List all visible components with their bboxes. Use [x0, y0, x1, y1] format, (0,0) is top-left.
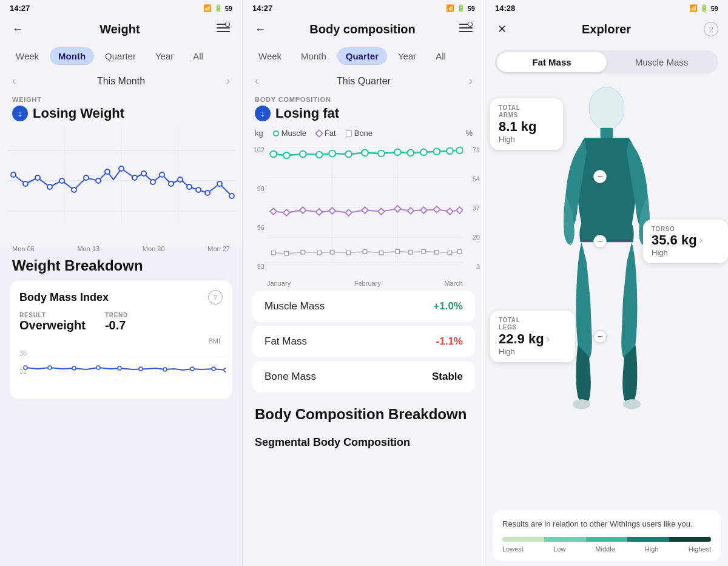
prev-period-1[interactable]: ‹ — [12, 75, 16, 87]
y-right-0: 71 — [465, 146, 480, 153]
bmi-info-button[interactable]: ? — [208, 290, 223, 305]
svg-rect-87 — [285, 252, 288, 255]
legs-status: High — [499, 347, 567, 356]
legend-bar-text: Results are in relation to other Withing… — [502, 519, 711, 530]
svg-rect-99 — [457, 250, 461, 254]
svg-marker-84 — [447, 208, 453, 215]
svg-point-11 — [11, 172, 16, 177]
prev-period-2[interactable]: ‹ — [255, 75, 258, 87]
legs-minus-button[interactable]: − — [593, 330, 607, 343]
body-figure-container: TOTAL ARMS 8.1 kg High − TORSO 35.6 kg ›… — [485, 80, 728, 505]
y-right-4: 3 — [465, 263, 480, 270]
svg-text:36: 36 — [19, 349, 27, 357]
tab-week-2[interactable]: Week — [250, 47, 290, 65]
battery-pct-1: 59 — [225, 5, 232, 12]
torso-status: High — [652, 248, 720, 257]
svg-marker-74 — [300, 207, 306, 214]
y-left-3: 93 — [248, 263, 265, 270]
next-period-2[interactable]: › — [469, 75, 473, 87]
svg-marker-82 — [420, 207, 427, 214]
svg-point-36 — [24, 366, 27, 369]
svg-point-12 — [23, 181, 28, 186]
back-button-1[interactable]: ← — [10, 21, 25, 38]
svg-marker-78 — [362, 207, 368, 214]
next-period-1[interactable]: › — [226, 75, 230, 87]
tab-month-1[interactable]: Month — [50, 47, 94, 65]
menu-button-1[interactable] — [214, 20, 232, 39]
svg-point-41 — [139, 367, 143, 371]
tab-quarter-2[interactable]: Quarter — [337, 47, 387, 65]
explorer-tab-bar: Fat Mass Muscle Mass — [495, 50, 718, 74]
svg-point-17 — [84, 175, 89, 180]
svg-marker-73 — [283, 209, 290, 216]
period-label-1: This Month — [97, 76, 145, 87]
svg-point-68 — [420, 149, 427, 156]
close-button[interactable]: ✕ — [495, 20, 509, 38]
tab-all-1[interactable]: All — [184, 47, 212, 65]
explorer-header: ✕ Explorer ? — [485, 15, 728, 44]
svg-point-4 — [226, 22, 229, 26]
svg-rect-86 — [272, 251, 275, 255]
bmi-trend-col: TREND -0.7 — [105, 312, 128, 332]
legend-pct-label: % — [465, 129, 473, 138]
svg-rect-97 — [435, 251, 439, 254]
svg-point-61 — [316, 152, 323, 158]
fat-mass-value: -1.1% — [436, 335, 463, 348]
tab-muscle-mass[interactable]: Muscle Mass — [607, 52, 716, 72]
time-3: 14:28 — [495, 4, 515, 13]
color-bar — [502, 537, 711, 542]
help-button[interactable]: ? — [704, 22, 718, 36]
menu-button-2[interactable] — [457, 20, 475, 39]
segment-highest — [669, 537, 711, 542]
svg-rect-88 — [301, 251, 305, 254]
bmi-mini-chart-svg: 36 31 — [19, 345, 226, 387]
svg-rect-95 — [409, 251, 413, 254]
svg-point-39 — [96, 366, 100, 369]
status-icons-2: 📶 🔋 59 — [446, 4, 475, 12]
weight-chart: Mon 06 Mon 13 Mon 20 Mon 27 — [0, 126, 242, 248]
y-left-labels: 102 99 96 93 — [248, 146, 265, 270]
svg-point-21 — [132, 175, 137, 180]
body-comp-chart-svg — [267, 141, 463, 269]
status-bar-3: 14:28 📶 🔋 59 — [485, 0, 728, 15]
tab-fat-mass[interactable]: Fat Mass — [497, 52, 607, 72]
torso-value: 35.6 kg — [652, 232, 697, 248]
tab-week-1[interactable]: Week — [7, 47, 47, 65]
svg-point-58 — [270, 151, 277, 158]
label-highest: Highest — [689, 545, 711, 553]
tab-quarter-1[interactable]: Quarter — [96, 47, 144, 65]
arms-minus-button[interactable]: − — [593, 170, 607, 183]
torso-minus-button[interactable]: − — [593, 235, 607, 248]
chart-legend: kg Muscle Fat Bone % — [243, 126, 485, 141]
tab-year-1[interactable]: Year — [147, 47, 182, 65]
legend-bone: Bone — [346, 129, 372, 138]
svg-rect-96 — [422, 250, 425, 254]
y-right-3: 20 — [465, 234, 480, 241]
bmi-label: BMI — [208, 337, 220, 345]
weight-title: Weight — [33, 22, 207, 36]
svg-point-24 — [160, 172, 164, 177]
body-comp-scrollable: Muscle Mass +1.0% Fat Mass -1.1% Bone Ma… — [243, 287, 485, 566]
svg-point-38 — [72, 366, 76, 370]
svg-point-65 — [378, 150, 385, 157]
svg-point-37 — [48, 366, 52, 369]
tab-year-2[interactable]: Year — [389, 47, 425, 65]
body-comp-x-labels: January February March — [267, 280, 463, 287]
tab-all-2[interactable]: All — [427, 47, 454, 65]
bar-labels: Lowest Low Middle High Highest — [502, 545, 711, 553]
trend-icon-2: ↓ — [255, 106, 271, 121]
segment-middle — [586, 537, 628, 542]
bone-mass-label: Bone Mass — [265, 371, 316, 383]
svg-marker-76 — [329, 207, 335, 214]
svg-point-60 — [300, 151, 306, 158]
svg-point-18 — [96, 178, 101, 183]
svg-marker-80 — [394, 206, 401, 212]
torso-arrow-icon: › — [699, 235, 703, 246]
tab-month-2[interactable]: Month — [292, 47, 335, 65]
signal-icon-3: 📶 — [689, 4, 698, 12]
legs-label: TOTAL LEGS — [499, 317, 567, 331]
xlabel-1: Mon 06 — [12, 245, 35, 252]
label-lowest: Lowest — [502, 545, 524, 553]
back-button-2[interactable]: ← — [252, 21, 268, 38]
svg-point-42 — [163, 368, 167, 371]
